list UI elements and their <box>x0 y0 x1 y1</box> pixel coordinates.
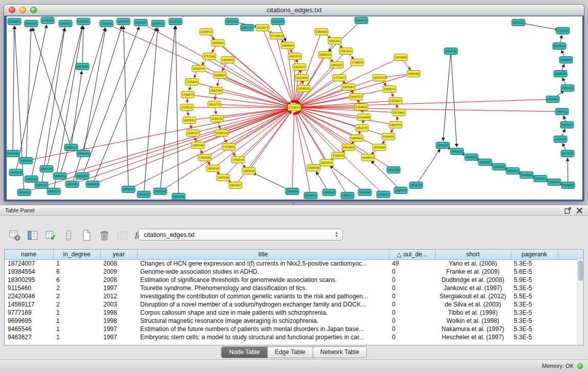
table-row[interactable]: 911546021997Tourette syndrome. Phenomeno… <box>5 284 583 292</box>
graph-node[interactable]: 1961372 <box>288 53 301 60</box>
graph-node[interactable]: 1852154 <box>154 188 167 195</box>
graph-node[interactable]: 1812752 <box>208 101 221 108</box>
graph-node[interactable]: 1936717 <box>186 130 200 137</box>
graph-node[interactable]: 1880104 <box>172 193 185 200</box>
network-view[interactable]: 1724017200291418630311757126184200417958… <box>7 16 582 200</box>
float-panel-icon[interactable] <box>564 207 571 214</box>
table-row[interactable]: 1872400712008Changes of HCN gene express… <box>5 259 583 268</box>
graph-node[interactable]: 1485083 <box>315 29 328 35</box>
table-scrollbar-thumb[interactable] <box>578 260 583 281</box>
graph-node[interactable]: 1904416 <box>206 165 220 172</box>
close-panel-icon[interactable] <box>576 207 583 214</box>
graph-node[interactable]: 1890145 <box>478 159 492 166</box>
graph-node[interactable]: 1831074 <box>355 17 368 24</box>
graph-node[interactable]: 1221391 <box>328 38 341 45</box>
graph-node[interactable]: 1840154 <box>53 173 67 180</box>
graph-node[interactable]: 1890452 <box>86 181 99 188</box>
graph-node[interactable]: 1924501 <box>520 172 533 179</box>
graph-node[interactable]: 1905014 <box>35 182 48 189</box>
column-header-5[interactable]: short <box>435 250 511 259</box>
graph-node[interactable]: 1210345 <box>554 136 567 143</box>
graph-node[interactable]: 1080412 <box>555 108 569 115</box>
graph-node[interactable]: 1741501 <box>100 20 113 27</box>
graph-node[interactable]: 1784275 <box>181 92 194 98</box>
graph-node[interactable]: 1322017 <box>293 64 306 71</box>
graph-node[interactable]: 1264191 <box>559 57 573 63</box>
graph-node[interactable]: 1863031 <box>211 40 225 47</box>
graph-node[interactable]: 1850721 <box>241 25 254 31</box>
graph-node[interactable]: 1696101 <box>318 52 332 58</box>
graph-node[interactable]: 1040727 <box>350 94 363 100</box>
graph-node[interactable]: 1904410 <box>134 19 147 26</box>
graph-node[interactable]: 1752544 <box>198 155 211 161</box>
graph-node[interactable]: 1884757 <box>47 188 60 195</box>
column-header-1[interactable]: in_degree <box>53 250 100 259</box>
column-header-3[interactable]: title <box>137 250 389 259</box>
graph-node[interactable]: 1914504 <box>25 20 38 27</box>
graph-node[interactable]: 1915124 <box>169 18 182 25</box>
graph-node[interactable]: 1904510 <box>137 191 150 198</box>
graph-node[interactable]: 1795841 <box>185 79 199 85</box>
graph-node[interactable]: 1727512 <box>180 104 193 111</box>
graph-node[interactable]: 1151440 <box>392 110 405 116</box>
graph-node[interactable]: 1985923 <box>350 135 363 142</box>
graph-node[interactable]: 1879197 <box>436 142 449 149</box>
graph-node[interactable]: 1869454 <box>506 168 519 174</box>
graph-node[interactable]: 1955821 <box>330 62 343 69</box>
graph-node[interactable]: 1898542 <box>377 191 390 198</box>
column-header-filler[interactable] <box>558 250 583 259</box>
graph-node[interactable]: 1850212 <box>151 20 165 27</box>
graph-node[interactable]: 1485084 <box>407 71 420 77</box>
table-selector-dropdown[interactable]: citations_edges.txt ▲▼ <box>138 229 343 240</box>
graph-node[interactable]: 1464334 <box>554 71 567 77</box>
graph-node[interactable]: 1650121 <box>561 85 574 92</box>
graph-node[interactable]: 1904121 <box>77 150 90 157</box>
graph-node[interactable]: 1954104 <box>492 164 506 170</box>
graph-node[interactable]: 1955010 <box>122 186 135 193</box>
table-row[interactable]: 1456911722003Disruption of a novel membe… <box>5 300 583 309</box>
row-options-icon[interactable] <box>62 229 75 242</box>
graph-node[interactable]: 1669591 <box>281 42 294 49</box>
import-table-icon[interactable] <box>116 229 129 242</box>
minimize-window-button[interactable] <box>19 7 26 13</box>
graph-node[interactable]: 1836612 <box>213 72 227 79</box>
graph-node[interactable]: 1890101 <box>59 20 72 27</box>
graph-node[interactable]: 1830102 <box>210 116 224 122</box>
zoom-window-button[interactable] <box>30 7 37 13</box>
graph-node[interactable]: 1855467 <box>342 84 355 91</box>
graph-node[interactable]: 1903124 <box>19 158 33 164</box>
window-titlebar[interactable]: citations_edges.txt <box>4 5 584 16</box>
graph-node[interactable]: 2002914 <box>200 29 213 35</box>
graph-node[interactable]: 1593831 <box>546 96 559 103</box>
graph-node[interactable]: 1589431 <box>382 134 395 140</box>
tab-node-table[interactable]: Node Table <box>222 347 268 358</box>
graph-node[interactable]: 1901245 <box>66 181 79 188</box>
graph-node[interactable]: 1973458 <box>394 54 407 61</box>
graph-node[interactable]: 1863044 <box>242 168 255 174</box>
graph-node[interactable]: 1777167 <box>333 75 346 81</box>
graph-node[interactable]: 1954575 <box>355 125 368 132</box>
graph-node[interactable]: 1869455 <box>561 182 575 189</box>
graph-node[interactable]: 1904124 <box>465 154 478 161</box>
graph-node[interactable]: 1376104 <box>41 17 54 24</box>
graph-node[interactable]: 1901447 <box>229 182 242 189</box>
graph-node[interactable]: 1915201 <box>77 18 90 25</box>
graph-node[interactable]: 1812575 <box>256 25 269 31</box>
graph-node[interactable]: 1895214 <box>9 169 23 176</box>
graph-node[interactable]: 1880959 <box>307 165 320 171</box>
graph-node[interactable]: 1890123 <box>25 176 38 183</box>
tab-network-table[interactable]: Network Table <box>313 347 366 358</box>
graph-node[interactable]: 1590187 <box>560 122 574 128</box>
close-window-button[interactable] <box>9 7 15 13</box>
graph-node[interactable]: 1904145 <box>322 189 336 196</box>
graph-node[interactable]: 1514469 <box>357 114 371 121</box>
network-canvas[interactable]: 1724017200291418630311757126184200417958… <box>7 16 582 200</box>
graph-node[interactable]: 1850421 <box>8 18 21 25</box>
table-scrollbar[interactable] <box>577 259 583 345</box>
graph-hub-node[interactable]: 1724017 <box>288 104 301 111</box>
graph-node[interactable]: 1805051 <box>183 117 196 124</box>
graph-node[interactable]: 1757126 <box>203 53 216 60</box>
show-columns-icon[interactable] <box>26 229 39 242</box>
graph-node[interactable]: 1836718 <box>215 130 228 137</box>
table-row[interactable]: 1830029562008Estimation of significance … <box>5 276 583 284</box>
